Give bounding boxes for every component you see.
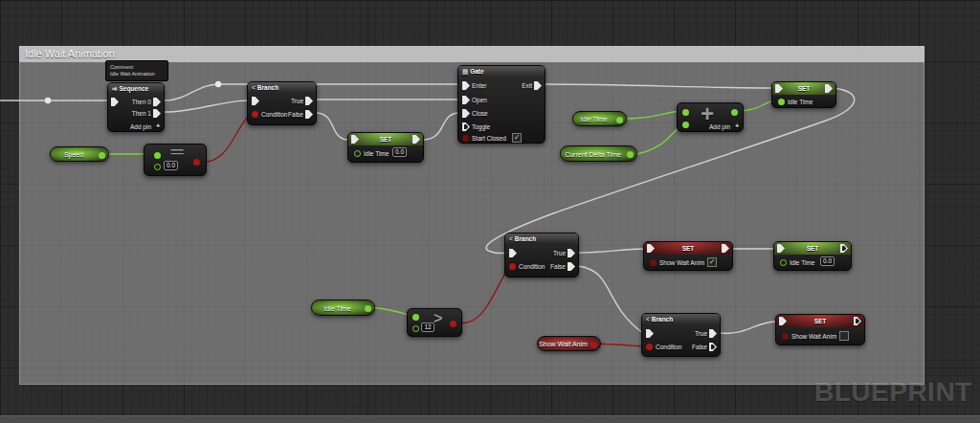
exit-pin[interactable] bbox=[534, 81, 542, 90]
add-input-a-pin[interactable] bbox=[682, 109, 689, 116]
show-wait-anim-pin[interactable] bbox=[782, 333, 789, 340]
exec-in-pin[interactable] bbox=[111, 98, 119, 106]
greater-input-pin[interactable] bbox=[412, 314, 419, 321]
false-pin[interactable] bbox=[568, 262, 575, 271]
node-set-idle-topright[interactable]: SET Idle Time bbox=[771, 81, 836, 108]
true-label: True bbox=[291, 97, 303, 105]
greater-output-pin[interactable] bbox=[450, 321, 457, 327]
wire-bool-showwait-branchbottom bbox=[595, 344, 643, 346]
branch-icon: < bbox=[646, 316, 650, 323]
true-label: True bbox=[695, 329, 707, 338]
false-label: False bbox=[692, 343, 707, 351]
equals-output-pin[interactable] bbox=[193, 159, 200, 166]
show-wait-anim-checkbox[interactable]: ✓ bbox=[707, 257, 717, 267]
reroute-node[interactable] bbox=[215, 81, 221, 87]
toggle-pin[interactable] bbox=[462, 122, 470, 131]
exec-in-pin[interactable] bbox=[252, 97, 259, 105]
node-set-showwait-true[interactable]: SET Show Wait Anim ✓ bbox=[643, 241, 733, 271]
var-pill-current-delta-time[interactable]: Current Delta Time bbox=[560, 145, 637, 162]
wire-bool-equals-branch bbox=[199, 114, 251, 162]
branch-header: <Branch bbox=[248, 82, 316, 93]
enter-pin[interactable] bbox=[462, 81, 470, 90]
wire-bool-greater-branchmid bbox=[455, 268, 509, 323]
start-closed-pin[interactable] bbox=[462, 135, 469, 142]
branch-header: <Branch bbox=[505, 234, 578, 244]
show-wait-anim-checkbox[interactable] bbox=[839, 331, 849, 341]
equals-glyph-icon: == bbox=[170, 145, 183, 159]
close-pin[interactable] bbox=[462, 109, 470, 118]
branch-icon: < bbox=[509, 235, 513, 242]
node-set-idle-mid[interactable]: SET Idle Time 0.0 bbox=[347, 132, 424, 163]
then1-pin[interactable] bbox=[153, 109, 161, 118]
node-comment-bubble[interactable]: Comment: Idle Wait Animation bbox=[105, 60, 168, 81]
node-add[interactable]: + Add pin + bbox=[677, 102, 744, 132]
wire-exec-branchmidtrue-set bbox=[578, 249, 645, 253]
sequence-icon: ⇉ bbox=[112, 85, 117, 92]
var-pill-speed[interactable]: Speed bbox=[50, 146, 109, 162]
node-greater[interactable]: > 12 bbox=[407, 308, 462, 337]
true-pin[interactable] bbox=[568, 249, 575, 257]
exec-in-pin[interactable] bbox=[646, 329, 654, 338]
add-pin-plus-icon[interactable]: + bbox=[735, 122, 739, 130]
node-branch-top[interactable]: <Branch Condition True False bbox=[247, 81, 317, 125]
reroute-node[interactable] bbox=[45, 98, 51, 103]
idle-time-pin[interactable] bbox=[354, 150, 361, 157]
add-pin-label: Add pin bbox=[709, 122, 730, 131]
greater-value[interactable]: 12 bbox=[421, 323, 434, 332]
node-branch-bottom[interactable]: <Branch Condition True False bbox=[641, 313, 721, 357]
add-input-b-pin[interactable] bbox=[682, 122, 689, 128]
false-pin[interactable] bbox=[709, 343, 717, 351]
sequence-header: ⇉Sequence bbox=[108, 83, 164, 94]
wire-float-delta-add bbox=[633, 124, 681, 155]
blueprint-watermark: BLUEPRINT bbox=[814, 377, 972, 408]
equals-input-pin[interactable] bbox=[154, 152, 161, 159]
node-set-idle-right[interactable]: SET Idle Time 0.0 bbox=[773, 241, 852, 271]
show-wait-anim-output-pin[interactable] bbox=[590, 342, 597, 348]
var-pill-idle-time-top[interactable]: Idle Time bbox=[572, 111, 627, 126]
open-label: Open bbox=[472, 96, 487, 104]
equals-literal-pin[interactable] bbox=[154, 164, 161, 170]
show-wait-anim-label: Show Wait Anim bbox=[659, 258, 704, 267]
show-wait-anim-label: Show Wait Anim bbox=[538, 341, 589, 347]
idle-time-pin[interactable] bbox=[780, 259, 787, 266]
condition-pin[interactable] bbox=[509, 263, 516, 270]
false-label: False bbox=[550, 262, 566, 271]
set-header: SET bbox=[776, 315, 864, 327]
idle-time-pin[interactable] bbox=[778, 99, 785, 105]
true-pin[interactable] bbox=[305, 97, 313, 105]
equals-value[interactable]: 0.0 bbox=[164, 161, 178, 170]
greater-glyph-icon: > bbox=[434, 310, 442, 327]
enter-label: Enter bbox=[472, 81, 487, 90]
condition-pin[interactable] bbox=[646, 344, 653, 350]
show-wait-anim-pin[interactable] bbox=[650, 259, 657, 266]
exec-in-pin[interactable] bbox=[509, 249, 517, 257]
idle-time-value[interactable]: 0.0 bbox=[392, 147, 407, 157]
condition-pin[interactable] bbox=[252, 111, 258, 118]
gate-header: ▤Gate bbox=[458, 66, 545, 78]
node-sequence[interactable]: ⇉Sequence Then 0 Then 1 Add pin + bbox=[107, 82, 165, 132]
current-delta-time-output-pin[interactable] bbox=[627, 151, 634, 158]
add-pin-plus-icon[interactable]: + bbox=[156, 122, 160, 130]
greater-literal-pin[interactable] bbox=[412, 325, 419, 332]
false-pin[interactable] bbox=[305, 110, 313, 119]
then0-pin[interactable] bbox=[153, 98, 161, 106]
node-equals[interactable]: == 0.0 bbox=[144, 144, 207, 176]
true-pin[interactable] bbox=[709, 329, 717, 338]
var-pill-show-wait-anim[interactable]: Show Wait Anim bbox=[537, 336, 601, 351]
idle-time-output-pin[interactable] bbox=[365, 305, 371, 312]
speed-output-pin[interactable] bbox=[99, 152, 105, 159]
var-pill-idle-time-bottom[interactable]: Idle Time bbox=[311, 300, 375, 316]
idle-time-value[interactable]: 0.0 bbox=[820, 256, 835, 266]
wire-exec-then1-branch bbox=[165, 100, 249, 112]
current-delta-time-label: Current Delta Time bbox=[561, 150, 625, 157]
start-closed-checkbox[interactable]: ✓ bbox=[512, 133, 522, 143]
wire-exec-set-gateclose bbox=[422, 113, 459, 140]
idle-time-output-pin[interactable] bbox=[616, 117, 623, 123]
set-header: SET bbox=[348, 133, 423, 145]
node-set-showwait-false[interactable]: SET Show Wait Anim bbox=[775, 314, 865, 345]
node-gate[interactable]: ▤Gate Enter Exit Open Close Toggle Start… bbox=[457, 65, 546, 144]
open-pin[interactable] bbox=[462, 96, 470, 104]
node-branch-mid[interactable]: <Branch Condition True False bbox=[504, 233, 579, 278]
wire-exec-branchmidfalse-branchbottom bbox=[578, 266, 643, 333]
add-output-pin[interactable] bbox=[731, 109, 738, 116]
